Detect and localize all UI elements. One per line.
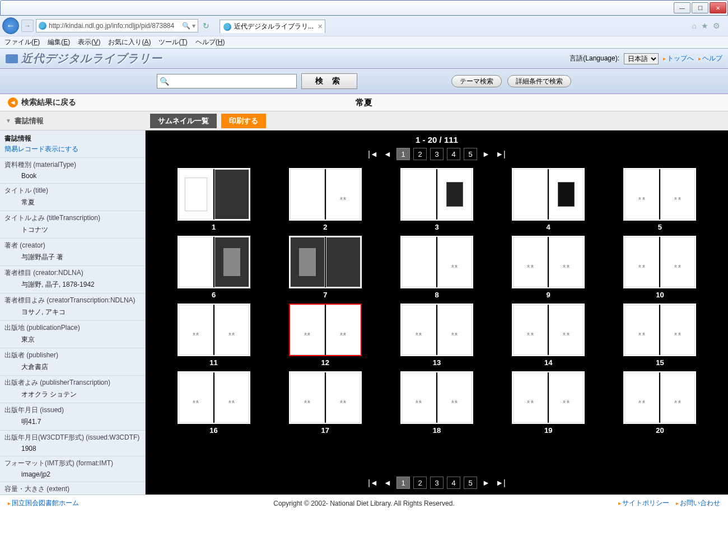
thumbnail-image[interactable] [178, 168, 250, 221]
thumbnail-image[interactable] [178, 236, 250, 288]
thumbnail-image[interactable]: 文文文文文文文文文文文文文文文文文文 [400, 371, 473, 424]
url-input[interactable] [49, 22, 180, 30]
last-page-button[interactable]: ►| [495, 477, 506, 489]
close-button[interactable]: ✕ [710, 2, 726, 13]
thumbnail-image[interactable]: 文文文文文文文文文文文文文文文文文文 [512, 371, 585, 424]
footer-policy-link[interactable]: サイトポリシー [618, 498, 669, 508]
thumbnail-cell[interactable]: 文文文文文文文文文文文文文文文文文文5 [609, 168, 711, 231]
browser-back-button[interactable]: ← [2, 17, 19, 34]
metadata-item: 出版者 (publisher)大倉書店 [0, 348, 145, 375]
thumbnail-cell[interactable]: 4 [497, 168, 600, 231]
page-number-button[interactable]: 5 [464, 148, 477, 160]
page-number-button[interactable]: 2 [413, 477, 427, 489]
search-dropdown-icon[interactable]: 🔍 ▾ [182, 22, 195, 30]
page-number-button[interactable]: 1 [396, 477, 410, 489]
last-page-button[interactable]: ►| [495, 148, 506, 160]
thumbnail-image[interactable] [400, 168, 473, 221]
thumbnail-cell[interactable]: 1 [162, 168, 265, 231]
menu-item[interactable]: 編集(E) [48, 38, 70, 47]
tools-icon[interactable]: ⚙ [713, 21, 720, 30]
thumbnail-image[interactable]: 文文文文文文文文文文文文文文文文文文 [289, 304, 362, 356]
thumbnail-cell[interactable]: 文文文文文文文文文文文文文文文文文文14 [497, 304, 600, 367]
thumbnail-image[interactable]: 文文文文文文文文文 [400, 236, 473, 288]
address-bar[interactable]: 🔍 ▾ [36, 19, 198, 32]
thumbnail-viewer: 1 - 20 / 111 |◄◄12345►►| 1文文文文文文文文文234文文… [146, 130, 728, 494]
tab-bar: 近代デジタルライブラリ... ✕ [214, 18, 325, 33]
page-number-button[interactable]: 2 [413, 148, 427, 160]
thumbnail-image[interactable]: 文文文文文文文文文文文文文文文文文文 [623, 371, 696, 424]
thumbnail-cell[interactable]: 文文文文文文文文文文文文文文文文文文20 [609, 371, 711, 435]
next-page-button[interactable]: ► [480, 148, 492, 160]
thumbnail-cell[interactable]: 6 [162, 236, 265, 299]
browser-tab[interactable]: 近代デジタルライブラリ... ✕ [220, 20, 325, 33]
footer-home-link[interactable]: 国立国会図書館ホーム [8, 498, 79, 508]
thumbnail-number: 4 [547, 223, 550, 231]
back-to-results[interactable]: ◄ 検索結果に戻る [8, 97, 76, 108]
logo-area[interactable]: 近代デジタルライブラリー [6, 51, 162, 66]
simple-record-link[interactable]: 簡易レコード表示にする [0, 144, 145, 157]
search-button[interactable]: 検 索 [301, 73, 357, 89]
print-button[interactable]: 印刷する [221, 114, 266, 128]
thumbnail-cell[interactable]: 文文文文文文文文文文文文文文文文文文9 [497, 236, 600, 299]
thumbnail-cell[interactable]: 文文文文文文文文文文文文文文文文文文18 [385, 371, 488, 435]
footer-contact-link[interactable]: お問い合わせ [676, 498, 720, 508]
page-number-button[interactable]: 3 [430, 477, 444, 489]
page-number-button[interactable]: 5 [464, 477, 477, 489]
menu-item[interactable]: 表示(V) [78, 38, 100, 47]
thumbnail-image[interactable]: 文文文文文文文文文文文文文文文文文文 [178, 371, 250, 424]
thumbnail-cell[interactable]: 文文文文文文文文文文文文文文文文文文17 [274, 371, 376, 435]
link-help[interactable]: ヘルプ [698, 54, 722, 63]
thumbnail-image[interactable]: 文文文文文文文文文文文文文文文文文文 [512, 304, 585, 356]
page-range-label: 1 - 20 / 111 [146, 134, 728, 146]
next-page-button[interactable]: ► [480, 477, 492, 489]
browser-forward-button[interactable]: → [21, 20, 34, 32]
prev-page-button[interactable]: ◄ [382, 477, 393, 489]
page-number-button[interactable]: 4 [447, 148, 460, 160]
page-number-button[interactable]: 3 [430, 148, 444, 160]
thumbnail-image[interactable]: 文文文文文文文文文文文文文文文文文文 [289, 371, 362, 424]
first-page-button[interactable]: |◄ [367, 477, 379, 489]
thumbnail-cell[interactable]: 3 [385, 168, 488, 231]
prev-page-button[interactable]: ◄ [382, 148, 393, 160]
thumbnail-image[interactable]: 文文文文文文文文文文文文文文文文文文 [623, 236, 696, 288]
thumbnail-cell[interactable]: 文文文文文文文文文文文文文文文文文文13 [385, 304, 488, 367]
thumbnail-cell[interactable]: 文文文文文文文文文2 [274, 168, 376, 231]
thumbnail-cell[interactable]: 文文文文文文文文文文文文文文文文文文12 [274, 304, 376, 367]
first-page-button[interactable]: |◄ [367, 148, 379, 160]
thumbnail-image[interactable]: 文文文文文文文文文文文文文文文文文文 [400, 304, 473, 356]
thumbnail-cell[interactable]: 文文文文文文文文文文文文文文文文文文10 [609, 236, 711, 299]
favorites-icon[interactable]: ★ [701, 21, 708, 30]
theme-search-button[interactable]: テーマ検索 [451, 75, 502, 87]
thumbnail-cell[interactable]: 文文文文文文文文文8 [385, 236, 488, 299]
link-top[interactable]: トップへ [663, 54, 694, 63]
thumbnail-image[interactable]: 文文文文文文文文文文文文文文文文文文 [623, 168, 696, 221]
page-number-button[interactable]: 1 [396, 148, 410, 160]
maximize-button[interactable]: ☐ [692, 2, 708, 13]
home-icon[interactable]: ⌂ [692, 21, 697, 30]
thumbnail-image[interactable] [512, 168, 585, 221]
menu-item[interactable]: ツール(T) [158, 38, 187, 47]
search-input[interactable] [169, 77, 294, 86]
menu-item[interactable]: ファイル(F) [4, 38, 40, 47]
thumbnail-cell[interactable]: 文文文文文文文文文文文文文文文文文文19 [497, 371, 600, 435]
thumbnail-image[interactable]: 文文文文文文文文文文文文文文文文文文 [512, 236, 585, 288]
tab-close-icon[interactable]: ✕ [318, 23, 323, 30]
advanced-search-button[interactable]: 詳細条件で検索 [507, 75, 571, 87]
thumbnail-view-button[interactable]: サムネイル一覧 [150, 114, 217, 128]
language-select[interactable]: 日本語 [624, 53, 659, 64]
thumbnail-cell[interactable]: 文文文文文文文文文文文文文文文文文文11 [162, 304, 265, 367]
refresh-icon[interactable]: ↻ [200, 21, 212, 30]
thumbnail-image[interactable]: 文文文文文文文文文 [289, 168, 362, 221]
thumbnail-cell[interactable]: 文文文文文文文文文文文文文文文文文文15 [609, 304, 711, 367]
thumbnail-image[interactable] [289, 236, 362, 288]
menu-item[interactable]: お気に入り(A) [108, 38, 151, 47]
thumbnail-image[interactable]: 文文文文文文文文文文文文文文文文文文 [623, 304, 696, 356]
search-icon: 🔍 [160, 77, 169, 86]
page-number-button[interactable]: 4 [447, 477, 460, 489]
thumbnail-cell[interactable]: 文文文文文文文文文文文文文文文文文文16 [162, 371, 265, 435]
minimize-button[interactable]: — [674, 2, 690, 13]
biblio-toggle[interactable]: 書誌情報 [0, 116, 146, 126]
thumbnail-cell[interactable]: 7 [274, 236, 376, 299]
thumbnail-image[interactable]: 文文文文文文文文文文文文文文文文文文 [178, 304, 250, 356]
menu-item[interactable]: ヘルプ(H) [195, 38, 225, 47]
